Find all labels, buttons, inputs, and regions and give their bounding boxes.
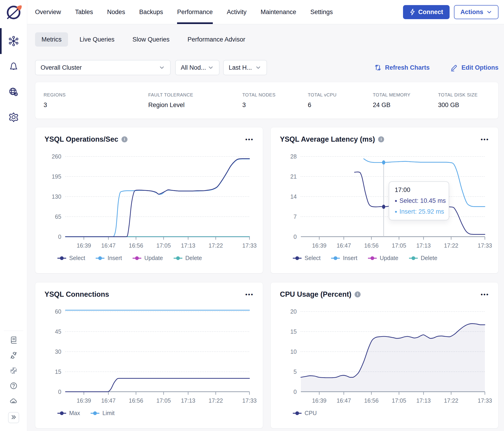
chart-header: YSQL Connections••• (45, 289, 254, 300)
edit-options-link[interactable]: Edit Options (450, 64, 498, 72)
tab-settings[interactable]: Settings (310, 0, 333, 24)
svg-text:17:22: 17:22 (208, 397, 223, 404)
gear-icon (8, 112, 19, 123)
svg-text:17:33: 17:33 (478, 397, 492, 404)
chart-header: CPU Usage (Percent)i••• (280, 289, 489, 300)
tooltip-value: Insert: 25.92 ms (400, 208, 444, 215)
legend-item-insert[interactable]: Insert (96, 255, 122, 261)
stat-label: FAULT TOLERANCE (148, 92, 242, 98)
svg-text:28: 28 (290, 153, 297, 160)
legend-label: Select (69, 255, 85, 261)
legend-item-update[interactable]: Update (133, 255, 163, 261)
legend-item-update[interactable]: Update (368, 255, 398, 261)
sidebar-item-cloud-status[interactable] (9, 397, 18, 406)
sidebar-item-settings[interactable] (8, 112, 19, 123)
stat-total-vcpu: TOTAL vCPU6 (308, 92, 373, 109)
connect-button[interactable]: Connect (403, 5, 450, 19)
main-panel: OverviewTablesNodesBackupsPerformanceAct… (27, 0, 504, 431)
active-nav-indicator (0, 28, 2, 54)
subtab-live-queries[interactable]: Live Queries (73, 32, 121, 47)
legend-label: CPU (305, 410, 317, 416)
legend-marker-icon (133, 256, 141, 260)
bell-icon (9, 61, 19, 73)
stat-total-nodes: TOTAL NODES3 (242, 92, 308, 109)
subtab-metrics[interactable]: Metrics (35, 32, 68, 47)
chart-canvas-ysql-latency: 0714212816:3916:4716:5617:0517:1317:2217… (280, 147, 489, 251)
time-range-value: Last H... (229, 64, 252, 71)
svg-text:21: 21 (290, 173, 297, 180)
book-icon (9, 336, 18, 345)
nodes-select[interactable]: All Nod... (175, 60, 219, 75)
sidebar-divider (4, 331, 23, 331)
info-icon[interactable]: i (378, 136, 384, 142)
tooltip-row: •Insert: 25.92 ms (395, 208, 443, 215)
svg-text:0: 0 (294, 389, 297, 395)
tooltip-time: 17:00 (395, 186, 443, 193)
time-range-select[interactable]: Last H... (223, 60, 267, 75)
actions-button[interactable]: Actions (454, 5, 498, 19)
tab-performance[interactable]: Performance (177, 0, 213, 24)
svg-text:16:47: 16:47 (337, 242, 351, 249)
refresh-charts-link[interactable]: Refresh Charts (374, 64, 430, 72)
slack-icon (10, 367, 18, 376)
chart-menu-button[interactable]: ••• (245, 291, 254, 297)
tab-nodes[interactable]: Nodes (107, 0, 125, 24)
svg-text:17:13: 17:13 (181, 242, 195, 249)
stat-regions: REGIONS3 (44, 92, 148, 109)
tab-activity[interactable]: Activity (227, 0, 247, 24)
svg-text:17:33: 17:33 (242, 397, 257, 404)
legend-marker-icon (96, 256, 104, 260)
chart-title: YSQL Average Latency (ms) (280, 135, 375, 144)
chart-title: YSQL Connections (45, 290, 109, 299)
chart-canvas-cpu-usage: 0510152016:3916:4716:5617:0517:1317:2217… (280, 302, 489, 406)
legend-marker-icon (174, 256, 182, 260)
cluster-scope-select[interactable]: Overall Cluster (35, 60, 171, 75)
subtab-slow-queries[interactable]: Slow Queries (126, 32, 176, 47)
svg-text:16:56: 16:56 (364, 397, 378, 404)
bullet-icon: • (395, 208, 397, 215)
sidebar-item-slack[interactable] (9, 367, 18, 376)
sidebar-expand-button[interactable] (8, 412, 19, 423)
chart-legend: SelectInsertUpdateDelete (280, 255, 489, 261)
tooltip-row: •Select: 10.45 ms (395, 197, 443, 204)
tab-overview[interactable]: Overview (35, 0, 61, 24)
chart-menu-button[interactable]: ••• (481, 136, 489, 142)
connect-label: Connect (418, 9, 443, 16)
svg-text:30: 30 (55, 348, 61, 355)
legend-item-select[interactable]: Select (57, 255, 85, 261)
yugabyte-logo[interactable] (4, 4, 23, 22)
tab-backups[interactable]: Backups (139, 0, 163, 24)
info-icon[interactable]: i (355, 291, 360, 297)
legend-item-insert[interactable]: Insert (331, 255, 357, 261)
chart-menu-button[interactable]: ••• (245, 136, 254, 142)
legend-marker-icon (293, 411, 302, 415)
subtab-performance-advisor[interactable]: Performance Advisor (181, 32, 252, 47)
sidebar-item-regions[interactable] (8, 87, 19, 98)
legend-label: Delete (185, 255, 202, 261)
sidebar-item-integrations[interactable] (9, 351, 18, 360)
chart-legend: CPU (280, 410, 489, 416)
sidebar-item-clusters[interactable] (8, 36, 19, 47)
edit-options-label: Edit Options (462, 64, 498, 71)
legend-item-select[interactable]: Select (293, 255, 321, 261)
svg-text:17:13: 17:13 (416, 242, 431, 249)
tab-tables[interactable]: Tables (75, 0, 93, 24)
cluster-stats-card: REGIONS3FAULT TOLERANCERegion LevelTOTAL… (35, 82, 498, 119)
svg-text:15: 15 (55, 368, 61, 375)
svg-text:16:39: 16:39 (77, 397, 91, 404)
stat-value: 3 (44, 101, 148, 109)
legend-item-cpu[interactable]: CPU (293, 410, 317, 416)
info-icon[interactable]: i (122, 136, 127, 142)
legend-item-limit[interactable]: Limit (91, 410, 115, 416)
sidebar-item-alerts[interactable] (8, 61, 19, 73)
legend-item-delete[interactable]: Delete (174, 255, 202, 261)
legend-item-max[interactable]: Max (57, 410, 80, 416)
tab-maintenance[interactable]: Maintenance (261, 0, 296, 24)
legend-marker-icon (57, 256, 66, 260)
legend-item-delete[interactable]: Delete (409, 255, 437, 261)
sidebar-item-docs[interactable] (9, 336, 18, 345)
sidebar-item-help[interactable] (9, 382, 18, 391)
chevron-down-icon (207, 64, 214, 71)
chart-menu-button[interactable]: ••• (481, 291, 489, 297)
chart-canvas-ysql-ops: 06513019526016:3916:4716:5617:0517:1317:… (45, 147, 254, 251)
